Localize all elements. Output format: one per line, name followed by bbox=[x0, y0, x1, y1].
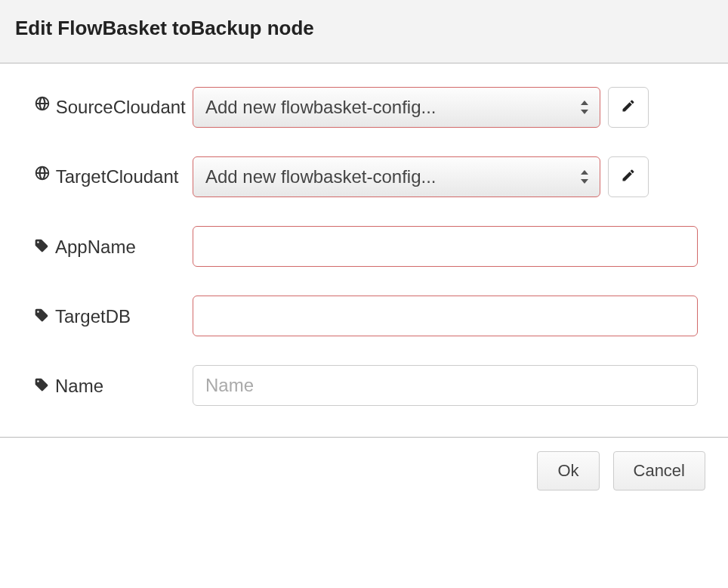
select-target-cloudant[interactable]: Add new flowbasket-config... bbox=[193, 156, 600, 197]
dialog-header: Edit FlowBasket toBackup node bbox=[0, 0, 728, 63]
label-target-db: TargetDB bbox=[34, 305, 193, 327]
pencil-icon bbox=[621, 98, 636, 116]
cancel-button-label: Cancel bbox=[634, 461, 685, 481]
select-source-cloudant[interactable]: Add new flowbasket-config... bbox=[193, 87, 600, 128]
row-source-cloudant: SourceCloudant Add new flowbasket-config… bbox=[34, 86, 698, 128]
row-app-name: AppName bbox=[34, 225, 698, 268]
ok-button[interactable]: Ok bbox=[537, 451, 599, 491]
select-target-cloudant-value: Add new flowbasket-config... bbox=[205, 166, 436, 187]
form-body: SourceCloudant Add new flowbasket-config… bbox=[0, 63, 728, 437]
dialog-footer: Ok Cancel bbox=[0, 437, 728, 504]
label-source-cloudant: SourceCloudant bbox=[34, 95, 193, 119]
select-source-cloudant-value: Add new flowbasket-config... bbox=[205, 97, 436, 118]
tag-icon bbox=[34, 306, 49, 327]
label-app-name: AppName bbox=[34, 235, 193, 258]
row-target-db: TargetDB bbox=[34, 295, 698, 337]
edit-target-cloudant-button[interactable] bbox=[608, 156, 649, 197]
tag-icon bbox=[34, 237, 49, 258]
edit-source-cloudant-button[interactable] bbox=[608, 87, 649, 128]
cancel-button[interactable]: Cancel bbox=[613, 451, 705, 491]
pencil-icon bbox=[621, 168, 636, 186]
globe-icon bbox=[34, 95, 51, 115]
label-text-target-db: TargetDB bbox=[55, 306, 131, 327]
label-text-name: Name bbox=[55, 376, 103, 397]
label-name: Name bbox=[34, 374, 193, 397]
row-name: Name bbox=[34, 364, 698, 407]
name-input[interactable] bbox=[193, 365, 698, 406]
tag-icon bbox=[34, 376, 49, 397]
label-target-cloudant: TargetCloudant bbox=[34, 165, 193, 189]
label-text-app-name: AppName bbox=[55, 237, 136, 258]
dialog-title: Edit FlowBasket toBackup node bbox=[15, 17, 713, 40]
row-target-cloudant: TargetCloudant Add new flowbasket-config… bbox=[34, 156, 698, 198]
globe-icon bbox=[34, 165, 51, 184]
target-db-input[interactable] bbox=[193, 296, 698, 336]
ok-button-label: Ok bbox=[557, 461, 578, 481]
app-name-input[interactable] bbox=[193, 226, 698, 267]
label-text-target-cloudant: TargetCloudant bbox=[56, 166, 179, 187]
label-text-source-cloudant: SourceCloudant bbox=[56, 97, 186, 118]
